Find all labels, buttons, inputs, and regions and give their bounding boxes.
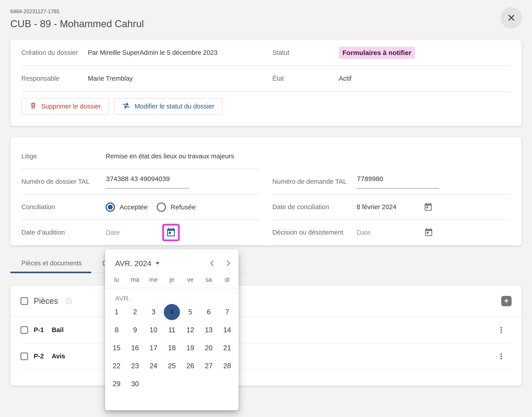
- radio-acceptee-label: Acceptée: [120, 203, 148, 211]
- pieces-card: Pièces P-1BailP-2Avis: [10, 285, 522, 386]
- page-title: CUB - 89 - Mohammed Cahrul: [10, 18, 522, 30]
- calendar-empty-cell: [163, 375, 181, 393]
- weekday-label: me: [144, 276, 163, 283]
- conciliation-radio-group: Acceptée Refusée: [105, 202, 196, 212]
- radio-selected-icon: [105, 202, 115, 212]
- calendar-day[interactable]: 28: [218, 357, 236, 375]
- tab-label: Pièces et documents: [21, 260, 82, 267]
- date-audition-picker-button[interactable]: [166, 227, 176, 238]
- calendar-day[interactable]: 9: [126, 321, 144, 339]
- next-month-button[interactable]: [223, 258, 233, 268]
- date-audition-input[interactable]: [105, 229, 162, 236]
- select-all-checkbox[interactable]: [21, 297, 28, 305]
- litige-value: Remise en état des lieux ou travaux maje…: [105, 153, 234, 160]
- decision-date-input[interactable]: [356, 229, 413, 236]
- numero-demande-label: Numéro de demande TAL: [272, 178, 356, 185]
- calendar-day[interactable]: 12: [181, 321, 199, 339]
- calendar-day[interactable]: 8: [107, 321, 126, 339]
- change-status-button[interactable]: Modifier le statut du dossier: [114, 98, 222, 115]
- calendar-empty-cell: [144, 375, 163, 393]
- responsable-label: Responsable: [21, 75, 88, 82]
- calendar-day[interactable]: 24: [144, 357, 163, 375]
- calendar-day[interactable]: 6: [199, 303, 218, 321]
- numero-demande-input[interactable]: [356, 175, 439, 188]
- tab-pieces-et-documents[interactable]: Pièces et documents: [10, 260, 91, 273]
- delete-dossier-button[interactable]: Supprimer le dossier: [21, 98, 109, 115]
- case-detail-page: 6464-20231127-1765 CUB - 89 - Mohammed C…: [0, 0, 532, 386]
- decision-picker-button[interactable]: [424, 228, 433, 237]
- calendar-day[interactable]: 21: [218, 339, 236, 357]
- date-conciliation-picker-button[interactable]: [424, 202, 433, 212]
- calendar-day[interactable]: 17: [144, 339, 163, 357]
- piece-row: P-2Avis: [21, 343, 511, 370]
- calendar-day[interactable]: 29: [107, 375, 126, 393]
- piece-menu-button[interactable]: [497, 326, 505, 334]
- date-conciliation-value: 8 février 2024: [356, 203, 413, 211]
- calendar-day[interactable]: 10: [144, 321, 163, 339]
- calendar-day-selected[interactable]: 4: [163, 303, 181, 321]
- calendar-day[interactable]: 25: [163, 357, 181, 375]
- calendar-day[interactable]: 5: [181, 303, 199, 321]
- piece-checkbox[interactable]: [21, 353, 28, 360]
- calendar-day[interactable]: 26: [181, 357, 199, 375]
- calendar-day[interactable]: 27: [199, 357, 218, 375]
- calendar-day[interactable]: 11: [163, 321, 181, 339]
- weekday-label: ve: [181, 276, 199, 283]
- calendar-day[interactable]: 3: [144, 303, 163, 321]
- creation-value: Par Mireille SuperAdmin le 5 décembre 20…: [88, 49, 218, 56]
- weekday-label: di: [218, 276, 236, 283]
- calendar-empty-cell: [199, 375, 218, 393]
- piece-code: P-2: [34, 353, 52, 360]
- chevron-left-icon: [208, 259, 216, 267]
- status-badge: Formulaires à notifier: [339, 47, 415, 59]
- previous-month-button[interactable]: [207, 258, 217, 268]
- calendar-day[interactable]: 16: [126, 339, 144, 357]
- calendar-week-row: 22232425262728: [107, 357, 236, 375]
- summary-card: Création du dossier Par Mireille SuperAd…: [10, 40, 522, 126]
- statut-label: Statut: [272, 49, 339, 56]
- datepicker-divider: [105, 288, 239, 288]
- responsable-etat-row: Responsable Marie Tremblay État Actif: [21, 66, 511, 92]
- piece-name: Bail: [52, 326, 63, 334]
- close-button[interactable]: [501, 7, 522, 29]
- radio-acceptee[interactable]: Acceptée: [105, 202, 148, 212]
- calendar-icon: [424, 209, 433, 213]
- weekday-row: lumamejevesadi: [105, 276, 239, 283]
- calendar-icon: [424, 235, 433, 238]
- creation-statut-row: Création du dossier Par Mireille SuperAd…: [21, 40, 511, 66]
- numero-dossier-input[interactable]: [105, 175, 189, 188]
- calendar-day[interactable]: 22: [107, 357, 126, 375]
- calendar-day[interactable]: 23: [126, 357, 144, 375]
- calendar-day[interactable]: 15: [107, 339, 126, 357]
- radio-refusee-label: Refusée: [170, 203, 196, 211]
- piece-menu-button[interactable]: [497, 352, 505, 360]
- details-card: Litige Remise en état des lieux ou trava…: [10, 137, 522, 246]
- calendar-week-row: 15161718192021: [107, 339, 236, 357]
- calendar-day[interactable]: 14: [218, 321, 236, 339]
- etat-value: Actif: [339, 75, 351, 82]
- calendar-day[interactable]: 2: [126, 303, 144, 321]
- etat-label: État: [272, 75, 339, 82]
- date-conciliation-label: Date de conciliation: [272, 203, 356, 211]
- calendar-day[interactable]: 7: [218, 303, 236, 321]
- month-year-dropdown[interactable]: AVR. 2024: [115, 259, 159, 268]
- calendar-day[interactable]: 18: [163, 339, 181, 357]
- calendar-day[interactable]: 30: [126, 375, 144, 393]
- calendar-day[interactable]: 20: [199, 339, 218, 357]
- weekday-label: lu: [107, 276, 126, 283]
- calendar-day[interactable]: 1: [107, 303, 126, 321]
- piece-checkbox[interactable]: [21, 326, 28, 334]
- radio-unselected-icon: [156, 202, 166, 212]
- kebab-icon: [497, 331, 505, 335]
- radio-refusee[interactable]: Refusée: [156, 202, 196, 212]
- decision-label: Décision ou désistement: [272, 229, 356, 236]
- swap-arrows-icon: [122, 101, 131, 111]
- add-piece-button[interactable]: [501, 296, 511, 306]
- calendar-day[interactable]: 19: [181, 339, 199, 357]
- conciliation-label: Conciliation: [21, 203, 105, 211]
- responsable-value: Marie Tremblay: [88, 75, 133, 82]
- calendar-day[interactable]: 13: [199, 321, 218, 339]
- calendar-empty-cell: [181, 375, 199, 393]
- pieces-title: Pièces: [34, 296, 58, 306]
- dates-row: Date d’audition Décision ou désistement: [21, 220, 511, 245]
